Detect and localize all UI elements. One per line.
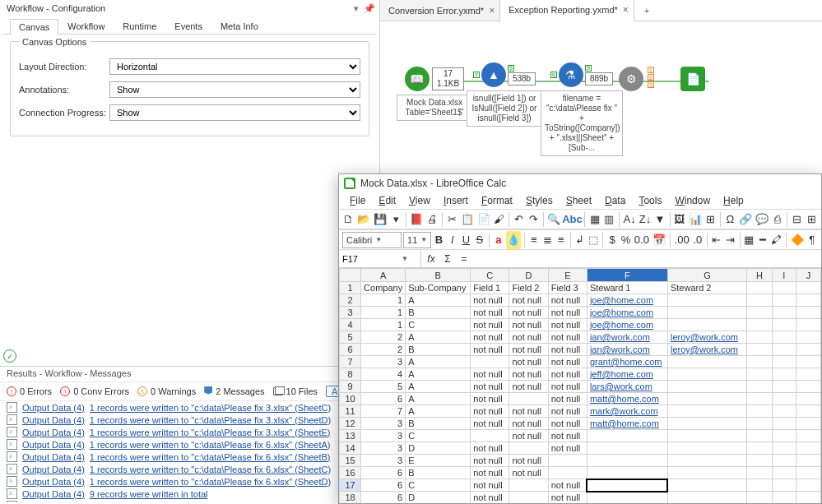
cell[interactable] — [587, 479, 667, 492]
col-header-J[interactable]: J — [796, 269, 820, 282]
cell[interactable] — [772, 307, 796, 319]
cell[interactable] — [772, 467, 796, 479]
message-text[interactable]: 1 records were written to "c:\data\Pleas… — [90, 440, 331, 450]
config-tab-workflow[interactable]: Workflow — [58, 18, 114, 34]
filter-errors[interactable]: !0 Errors — [7, 386, 52, 396]
cell[interactable] — [796, 319, 820, 331]
menu-sheet[interactable]: Sheet — [560, 194, 597, 207]
cell[interactable] — [746, 430, 772, 442]
cell[interactable] — [509, 442, 548, 455]
message-text[interactable]: 1 records were written to "c:\data\Pleas… — [90, 452, 331, 462]
col-header-G[interactable]: G — [667, 269, 746, 282]
macro-anchor[interactable]: 1 — [648, 67, 654, 73]
cell[interactable]: not null — [471, 307, 509, 319]
row-header[interactable]: 11 — [340, 405, 361, 418]
menu-file[interactable]: File — [344, 194, 371, 207]
cell[interactable]: Field 3 — [548, 282, 587, 294]
row-header[interactable]: 13 — [340, 430, 361, 442]
cell[interactable] — [667, 294, 746, 307]
cell[interactable] — [796, 307, 820, 319]
cell[interactable] — [746, 381, 772, 393]
cell[interactable]: not null — [471, 455, 509, 467]
cell[interactable] — [772, 393, 796, 405]
font-name-dropdown[interactable]: Calibri▼ — [342, 232, 402, 248]
cell[interactable]: B — [406, 344, 471, 356]
cell[interactable]: not null — [509, 418, 548, 430]
cell[interactable] — [772, 344, 796, 356]
cell[interactable]: 1 — [361, 319, 406, 331]
freeze-icon[interactable]: ⊟ — [791, 210, 803, 229]
cell[interactable]: not null — [471, 442, 509, 455]
save-icon[interactable]: 💾 — [373, 210, 388, 229]
wrap-icon[interactable]: ↲ — [574, 231, 586, 249]
comment-icon[interactable]: 💬 — [755, 210, 769, 229]
cell[interactable] — [796, 430, 820, 442]
row-header[interactable]: 8 — [340, 368, 361, 381]
cell[interactable]: not null — [548, 356, 587, 368]
cell[interactable] — [796, 467, 820, 479]
border-style-icon[interactable]: ━ — [757, 231, 769, 249]
cell[interactable] — [796, 393, 820, 405]
cell[interactable]: 1 — [361, 294, 406, 307]
number-icon[interactable]: 0.0 — [634, 231, 650, 249]
cell[interactable] — [667, 368, 746, 381]
cell[interactable]: matt@home.com — [587, 418, 667, 430]
row-header[interactable]: 17 — [340, 479, 361, 492]
cell[interactable]: 6 — [361, 467, 406, 479]
message-row[interactable]: Output Data (4)1 records were written to… — [0, 438, 380, 451]
cell[interactable] — [667, 479, 746, 492]
hyperlink-icon[interactable]: 🔗 — [738, 210, 753, 229]
cell[interactable]: 1 — [361, 307, 406, 319]
cell[interactable] — [772, 405, 796, 418]
headers-icon[interactable]: ⎙ — [771, 210, 783, 229]
cell[interactable]: not null — [509, 368, 548, 381]
styles-icon[interactable]: ¶ — [806, 231, 818, 249]
open-icon[interactable]: 📂 — [356, 210, 371, 229]
message-source[interactable]: Output Data (4) — [22, 428, 85, 437]
cut-icon[interactable]: ✂ — [446, 210, 458, 229]
currency-icon[interactable]: $ — [606, 231, 618, 249]
sum-icon[interactable]: Σ — [439, 251, 456, 267]
opt-select-0[interactable]: Horizontal — [109, 58, 360, 75]
node-filter[interactable]: 7 ▲ 9 538b isnull([Field 1]) or IsNull([… — [467, 62, 542, 127]
cell[interactable]: not null — [548, 381, 587, 393]
cell[interactable]: not null — [548, 319, 587, 331]
row-header[interactable]: 18 — [340, 492, 361, 504]
message-row[interactable]: Output Data (4)1 records were written to… — [0, 463, 380, 475]
cell[interactable]: matt@home.com — [587, 393, 667, 405]
col-icon[interactable]: ▥ — [602, 210, 615, 229]
align-left-icon[interactable]: ≡ — [528, 231, 540, 249]
filter-warnings[interactable]: ⚠0 Warnings — [137, 386, 196, 396]
cell[interactable]: not null — [548, 294, 587, 307]
cell[interactable]: C — [406, 479, 471, 492]
image-icon[interactable]: 🖼 — [673, 210, 685, 229]
cell[interactable] — [746, 331, 772, 344]
cell[interactable]: 6 — [361, 479, 406, 492]
cell[interactable]: lars@work.com — [587, 381, 667, 393]
sort-asc-icon[interactable]: A↓ — [623, 210, 637, 229]
out-anchor[interactable]: 9 — [508, 65, 514, 72]
col-header-I[interactable]: I — [772, 269, 796, 282]
dec-inc-icon[interactable]: .00 — [674, 231, 690, 249]
col-header-C[interactable]: C — [471, 269, 509, 282]
cell[interactable]: not null — [471, 381, 509, 393]
cell[interactable]: D — [406, 492, 471, 504]
clone-format-icon[interactable]: 🖌 — [493, 210, 505, 229]
cell[interactable]: not null — [548, 393, 587, 405]
cell[interactable]: not null — [509, 467, 548, 479]
cell[interactable]: not null — [548, 418, 587, 430]
close-icon[interactable]: × — [489, 5, 495, 16]
cell[interactable] — [746, 393, 772, 405]
message-source[interactable]: Output Data (4) — [22, 477, 85, 487]
row-header[interactable]: 1 — [340, 282, 361, 294]
cell[interactable] — [796, 344, 820, 356]
cell[interactable]: A — [406, 356, 471, 368]
cell[interactable] — [796, 405, 820, 418]
cell[interactable] — [796, 492, 820, 504]
export-pdf-icon[interactable]: 📕 — [409, 210, 424, 229]
cell[interactable] — [667, 455, 746, 467]
cell[interactable] — [667, 319, 746, 331]
cell[interactable] — [746, 405, 772, 418]
cell[interactable] — [746, 467, 772, 479]
cell[interactable] — [796, 381, 820, 393]
